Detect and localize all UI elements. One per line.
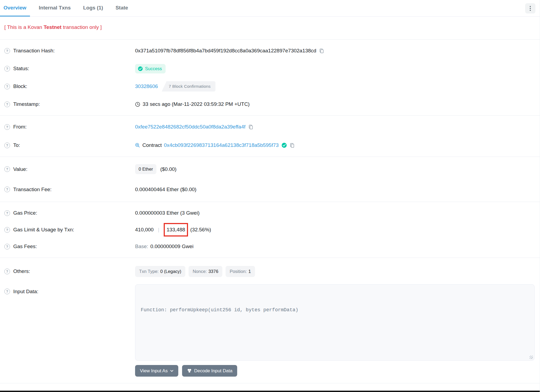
row-gas-price: ? Gas Price: 0.000000003 Ether (3 Gwei) <box>0 205 540 221</box>
annotation-red-box: 133,488 <box>164 223 188 236</box>
gas-used-value: 133,488 <box>167 227 185 232</box>
row-gas-limit-usage: ? Gas Limit & Usage by Txn: 410,000 | 13… <box>0 221 540 238</box>
block-number-link[interactable]: 30328606 <box>135 83 158 89</box>
position-badge: Position:1 <box>226 266 255 277</box>
status-label: Status: <box>13 66 29 72</box>
resize-handle[interactable] <box>529 356 533 359</box>
help-icon[interactable]: ? <box>4 124 10 130</box>
help-icon[interactable]: ? <box>4 244 10 249</box>
help-icon[interactable]: ? <box>4 143 10 148</box>
gas-limit-value: 410,000 <box>135 227 154 233</box>
to-address-link[interactable]: 0x4cb093f226983713164a62138c3f718a5b595f… <box>164 142 279 148</box>
value-ether-badge: 0 Ether <box>135 164 156 174</box>
gas-price-label: Gas Price: <box>13 210 37 216</box>
gas-used-percent: (32.56%) <box>190 227 211 233</box>
gas-limit-usage-label: Gas Limit & Usage by Txn: <box>13 227 74 233</box>
section-value-fee: ? Value: 0 Ether ($0.00) ? Transaction F… <box>0 157 540 202</box>
help-icon[interactable]: ? <box>4 269 10 274</box>
tab-overview[interactable]: Overview <box>0 0 30 16</box>
row-block: ? Block: 30328606 7 Block Confirmations <box>0 77 540 95</box>
row-others: ? Others: Txn Type:0 (Legacy) Nonce:3376… <box>0 261 540 282</box>
help-icon[interactable]: ? <box>4 84 10 89</box>
transaction-hash-value: 0x371a51097fb78df856f8b4a7bd459f192d8cc8… <box>135 48 316 54</box>
timestamp-value: 33 secs ago (Mar-11-2022 03:59:32 PM +UT… <box>143 101 250 107</box>
clock-icon <box>135 102 140 107</box>
copy-icon[interactable] <box>290 143 295 148</box>
input-data-label: Input Data: <box>13 289 38 295</box>
timestamp-label: Timestamp: <box>13 101 40 107</box>
input-function-line: Function: performUpkeep(uint256 id, byte… <box>141 306 529 314</box>
tab-bar: Overview Internal Txns Logs (1) State <box>0 0 540 17</box>
help-icon[interactable]: ? <box>4 48 10 54</box>
view-input-as-button[interactable]: View Input As <box>135 365 178 377</box>
transaction-hash-label: Transaction Hash: <box>13 48 55 54</box>
testnet-notice: [ This is a Kovan Testnet transaction on… <box>0 17 540 39</box>
to-contract-word: Contract <box>142 142 162 148</box>
section-hash-status-block-time: ? Transaction Hash: 0x371a51097fb78df856… <box>0 39 540 115</box>
gas-separator: | <box>158 227 159 233</box>
row-gas-fees: ? Gas Fees: Base: 0.000000009 Gwei <box>0 238 540 255</box>
check-circle-icon <box>138 66 143 71</box>
row-value: ? Value: 0 Ether ($0.00) <box>0 159 540 179</box>
row-from: ? From: 0xfee7522e8482682cf50ddc50a0f8da… <box>0 118 540 136</box>
value-label: Value: <box>13 166 27 172</box>
tab-internal-txns[interactable]: Internal Txns <box>35 0 74 16</box>
row-input-data: ? Input Data: Function: performUpkeep(ui… <box>0 284 540 377</box>
help-icon[interactable]: ? <box>4 289 10 294</box>
row-status: ? Status: Success <box>0 60 540 77</box>
row-transaction-fee: ? Transaction Fee: 0.000400464 Ether ($0… <box>0 179 540 200</box>
from-label: From: <box>13 124 27 130</box>
to-label: To: <box>13 142 20 148</box>
decode-input-data-button[interactable]: Decode Input Data <box>182 365 237 377</box>
gas-fees-label: Gas Fees: <box>13 244 37 249</box>
row-timestamp: ? Timestamp: 33 secs ago (Mar-11-2022 03… <box>0 95 540 113</box>
verified-contract-icon <box>281 143 287 148</box>
from-address-link[interactable]: 0xfee7522e8482682cf50ddc50a0f8da2a39effa… <box>135 124 246 130</box>
tab-state[interactable]: State <box>112 0 132 16</box>
transaction-fee-label: Transaction Fee: <box>13 187 52 192</box>
chevron-down-icon <box>170 370 173 372</box>
decode-molecule-icon <box>187 369 192 373</box>
footer-dark-bar <box>0 391 540 392</box>
tab-logs[interactable]: Logs (1) <box>80 0 107 16</box>
transaction-detail-page: Overview Internal Txns Logs (1) State [ … <box>0 0 540 392</box>
block-confirmations-badge: 7 Block Confirmations <box>162 81 216 92</box>
help-icon[interactable]: ? <box>4 187 10 192</box>
gas-price-value: 0.000000003 Ether (3 Gwei) <box>135 210 200 216</box>
copy-icon[interactable] <box>319 48 324 53</box>
gas-base-value: 0.000000009 Gwei <box>150 244 194 249</box>
input-data-textarea[interactable]: Function: performUpkeep(uint256 id, byte… <box>135 284 535 361</box>
input-blank-line <box>141 356 529 361</box>
nonce-badge: Nonce:3376 <box>189 266 222 277</box>
help-icon[interactable]: ? <box>4 66 10 72</box>
row-transaction-hash: ? Transaction Hash: 0x371a51097fb78df856… <box>0 42 540 60</box>
input-blank-line <box>141 331 529 339</box>
help-icon[interactable]: ? <box>4 102 10 107</box>
section-gas: ? Gas Price: 0.000000003 Ether (3 Gwei) … <box>0 202 540 258</box>
help-icon[interactable]: ? <box>4 210 10 216</box>
others-label: Others: <box>13 268 30 274</box>
status-badge: Success <box>135 64 166 73</box>
section-others-input: ? Others: Txn Type:0 (Legacy) Nonce:3376… <box>0 258 540 383</box>
bottom-divider <box>0 383 540 383</box>
kebab-menu-icon[interactable] <box>525 3 535 13</box>
gas-base-label: Base: <box>135 244 148 249</box>
help-icon[interactable]: ? <box>4 166 10 172</box>
zoom-in-icon <box>135 143 140 148</box>
section-from-to: ? From: 0xfee7522e8482682cf50ddc50a0f8da… <box>0 115 540 157</box>
row-to: ? To: Contract 0x4cb093f226983713164a621… <box>0 136 540 154</box>
txn-type-badge: Txn Type:0 (Legacy) <box>135 266 185 277</box>
block-label: Block: <box>13 83 27 89</box>
transaction-fee-value: 0.000400464 Ether ($0.00) <box>135 187 196 192</box>
help-icon[interactable]: ? <box>4 227 10 233</box>
copy-icon[interactable] <box>248 124 253 130</box>
value-usd: ($0.00) <box>160 166 176 172</box>
